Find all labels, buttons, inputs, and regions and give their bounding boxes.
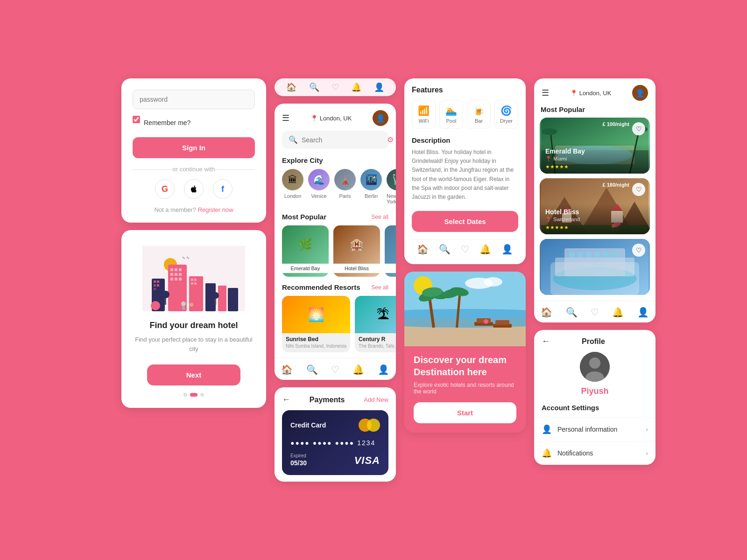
hotel-item-bliss[interactable]: ♡ Hotel Bliss 📍 Switzerland ★★★★★ £ 180/… (540, 178, 650, 234)
city-item-paris[interactable]: 🗼 Paris (334, 169, 356, 204)
notifications-label: Notifications (557, 449, 646, 457)
detail-nav-heart[interactable]: ♡ (461, 244, 469, 255)
svg-rect-81 (578, 252, 583, 258)
city-item-london[interactable]: 🏛 London (282, 169, 303, 204)
dream-subtitle: Explore exotic hotels and resorts around… (414, 382, 516, 395)
bliss-price: £ 180/night (603, 182, 629, 188)
city-item-newyork[interactable]: 🗽 New York (387, 169, 396, 204)
popular-hotel-bliss[interactable]: 🏨 Hotel Bliss (333, 225, 380, 277)
bliss-loc-pin-icon: 📍 (545, 217, 552, 222)
card-brand-circles (359, 419, 380, 432)
svg-rect-14 (175, 273, 177, 276)
settings-item-personal[interactable]: 👤 Personal information › (534, 417, 655, 441)
city-item-berlin[interactable]: 🌃 Berlin (360, 169, 382, 204)
emerald-price: £ 100/night (603, 121, 629, 127)
detail-nav-user[interactable]: 👤 (501, 244, 513, 255)
popular-hotel-emerald[interactable]: 🌿 Emerald Bay (282, 225, 329, 277)
signin-button[interactable]: Sign In (133, 137, 255, 158)
hotel3-heart-icon[interactable]: ♡ (632, 244, 645, 257)
mp-nav-bell[interactable]: 🔔 (612, 307, 624, 318)
start-button[interactable]: Start (414, 402, 516, 423)
mp-location-label: London, UK (579, 90, 612, 97)
remember-checkbox[interactable] (133, 116, 140, 123)
payments-back-button[interactable]: ← (282, 395, 290, 405)
bliss-heart-icon[interactable]: ♡ (632, 183, 645, 196)
resorts-see-all[interactable]: See all (371, 284, 388, 291)
bliss-overlay: Hotel Bliss 📍 Switzerland ★★★★★ (540, 203, 650, 234)
column-1: Remember me? Sign In or continue with G … (121, 78, 266, 482)
hotel-detail-nav: 🏠 🔍 ♡ 🔔 👤 (412, 239, 518, 257)
feature-bar: 🍺 Bar (467, 100, 491, 129)
mp-nav-heart[interactable]: ♡ (591, 307, 599, 318)
hotel-item-emerald[interactable]: ♡ Emerald Bay 📍 Miami ★★★★★ £ 100/night (540, 118, 650, 174)
popular-hotel-3[interactable]: 🏖 Cro... (385, 225, 396, 277)
most-popular-section-label-row: Most Popular (534, 105, 655, 118)
circle-yellow (367, 419, 380, 432)
strip-home-icon[interactable]: 🏠 (286, 82, 296, 92)
svg-rect-7 (157, 284, 159, 287)
svg-rect-82 (586, 252, 592, 258)
detail-nav-search[interactable]: 🔍 (439, 244, 451, 255)
emerald-overlay: Emerald Bay 📍 Miami ★★★★★ (540, 143, 650, 174)
hamburger-menu-icon[interactable]: ☰ (282, 113, 289, 123)
settings-item-notifications[interactable]: 🔔 Notifications › (534, 441, 655, 465)
profile-back-button[interactable]: ← (542, 336, 550, 346)
mp-nav-user[interactable]: 👤 (637, 307, 649, 318)
bliss-name: Hotel Bliss (545, 208, 644, 216)
svg-rect-16 (170, 278, 173, 280)
strip-heart-icon[interactable]: ♡ (331, 82, 339, 92)
user-avatar[interactable]: 👤 (373, 110, 388, 126)
svg-point-28 (218, 304, 226, 311)
explore-header: ☰ 📍 London, UK 👤 (275, 104, 396, 131)
hotel-item-3[interactable]: ♡ (540, 239, 650, 295)
nav-bell-icon[interactable]: 🔔 (352, 364, 364, 375)
mp-nav-search[interactable]: 🔍 (566, 307, 578, 318)
add-new-button[interactable]: Add New (364, 396, 388, 403)
password-input[interactable] (133, 90, 255, 109)
google-login-button[interactable]: G (155, 179, 175, 199)
city-item-venice[interactable]: 🌊 Venice (308, 169, 330, 204)
svg-rect-17 (175, 278, 177, 280)
hotel-listing: ♡ Emerald Bay 📍 Miami ★★★★★ £ 100/night (534, 118, 655, 301)
mp-user-avatar[interactable]: 👤 (632, 85, 648, 101)
resort-century-name: Century R (359, 336, 396, 343)
nav-heart-icon[interactable]: ♡ (331, 364, 339, 375)
nav-search-icon[interactable]: 🔍 (306, 364, 318, 375)
mp-nav-home[interactable]: 🏠 (541, 307, 552, 318)
register-link[interactable]: Register now (198, 206, 233, 213)
popular-hotel-bliss-label: Hotel Bliss (333, 264, 380, 273)
most-popular-card: ☰ 📍 London, UK 👤 Most Popular (534, 78, 655, 322)
pool-icon: 🏊 (445, 105, 457, 116)
resort-century[interactable]: 🏝 Century R The Brando, Tahi... (355, 296, 396, 352)
strip-bell-icon[interactable]: 🔔 (351, 82, 361, 92)
bottom-nav-popular: 🏠 🔍 ♡ 🔔 👤 (534, 301, 655, 322)
card-expiry: Expired 05/30 (290, 453, 307, 467)
mp-location-pin-icon: 📍 (570, 90, 578, 97)
filter-icon[interactable]: ⚙ (387, 135, 394, 144)
notifications-icon: 🔔 (542, 448, 552, 458)
next-button[interactable]: Next (147, 364, 240, 385)
popular-hotel-emerald-label: Emerald Bay (282, 264, 329, 273)
nav-user-icon[interactable]: 👤 (378, 364, 389, 375)
svg-rect-22 (191, 282, 193, 285)
nav-home-icon[interactable]: 🏠 (281, 364, 293, 375)
column-3: Features 📶 WiFi 🏊 Pool 🍺 Bar 🌀 Dryer (404, 78, 526, 482)
popular-see-all[interactable]: See all (371, 214, 388, 220)
dot-3 (200, 393, 204, 397)
emerald-heart-icon[interactable]: ♡ (632, 122, 645, 135)
mp-hamburger-icon[interactable]: ☰ (542, 88, 549, 98)
apple-login-button[interactable] (184, 179, 204, 199)
resort-sunrise[interactable]: 🌅 Sunrise Bed Nihi Sumba Island, Indones… (282, 296, 350, 352)
strip-search-icon[interactable]: 🔍 (309, 82, 319, 92)
search-bar: 🔍 ⚙ (282, 131, 388, 149)
svg-rect-20 (191, 279, 193, 281)
explore-card: ☰ 📍 London, UK 👤 🔍 ⚙ Explore City 🏛 Lond… (275, 104, 396, 380)
strip-user-icon[interactable]: 👤 (374, 82, 384, 92)
card-type-label: Credit Card (290, 421, 326, 429)
mp-location-row: 📍 London, UK (570, 90, 612, 97)
search-input[interactable] (302, 136, 383, 144)
facebook-login-button[interactable]: f (213, 179, 233, 199)
detail-nav-bell[interactable]: 🔔 (479, 244, 491, 255)
select-dates-button[interactable]: Select Dates (412, 211, 518, 232)
detail-nav-home[interactable]: 🏠 (417, 244, 429, 255)
